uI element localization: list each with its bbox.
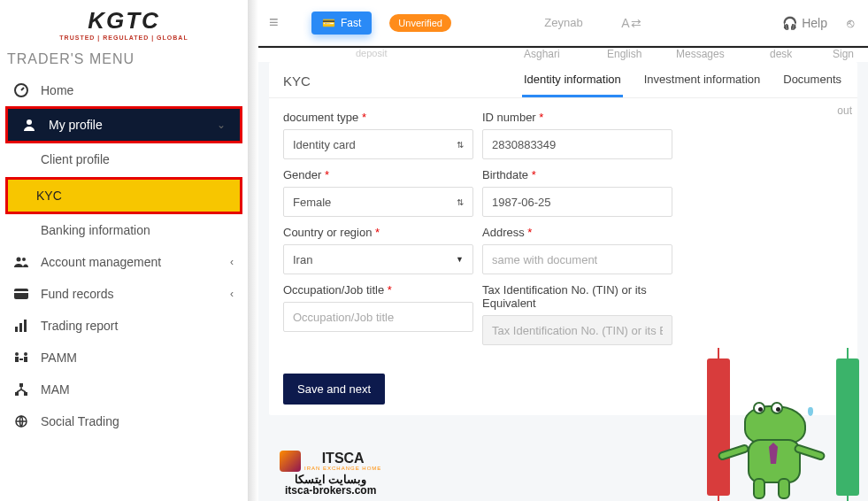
select-gender[interactable]: Female ⇅ [283,187,473,217]
chevron-down-icon: ⌄ [217,119,226,131]
out-label: out [837,104,852,117]
sidebar-item-label: PAMM [41,351,77,365]
svg-rect-5 [14,291,28,293]
input-address[interactable] [482,244,672,274]
dashboard-icon [12,83,30,97]
sidebar-item-label: Fund records [41,287,113,301]
help-link[interactable]: 🎧 Help [782,16,827,30]
field-country: Country or region * Iran ▼ [283,226,473,274]
svg-rect-7 [19,323,22,332]
field-tin: Tax Identification No. (TIN) or its Equi… [482,283,672,345]
topbar: ≡ 💳 Fast Unverified Zeynab A⇄ 🔔 3 🎧 Help… [258,0,868,46]
fast-label: Fast [341,17,361,29]
unverified-badge: Unverified [389,14,451,32]
watermark-brand: ITSCA [304,451,381,466]
watermark-sub: IRAN EXCHANGE HOME [304,466,381,471]
sidebar-item-my-profile[interactable]: My profile ⌄ [8,109,240,141]
fast-sub: deposit [356,48,387,58]
sidebar-item-label: My profile [49,118,103,132]
sidebar: KGTC TRUSTED | REGULATED | GLOBAL TRADER… [0,0,248,501]
tab-documents[interactable]: Documents [781,73,843,97]
svg-point-2 [17,258,21,262]
headset-icon: 🎧 [782,16,797,30]
sidebar-item-fund-records[interactable]: Fund records ‹ [0,278,248,310]
card-icon [12,287,30,301]
input-tin[interactable] [482,315,672,345]
label-country: Country or region * [283,226,473,239]
save-and-next-button[interactable]: Save and next [283,374,385,405]
chart-icon [12,319,30,333]
pamm-icon [12,351,30,365]
sidebar-item-mam[interactable]: MAM [0,374,248,405]
user-first-name[interactable]: Zeynab [533,16,595,29]
svg-rect-16 [24,392,27,396]
svg-point-9 [15,352,19,356]
network-icon [12,382,30,397]
sidebar-item-label: Trading report [41,319,118,333]
label-tin: Tax Identification No. (TIN) or its Equi… [482,283,672,310]
sidebar-item-kyc[interactable]: KYC [8,180,240,212]
field-occupation: Occupation/Job title * [283,283,473,345]
crocodile-icon [735,405,824,494]
language-icon[interactable]: A⇄ [605,16,658,30]
candlestick-green [836,358,859,496]
updown-icon: ⇅ [457,140,464,150]
sub-topbar: deposit Asghari English Messages desk Si… [258,46,868,62]
watermark: ITSCA IRAN EXCHANGE HOME وبسایت ایتسکا i… [280,451,381,496]
input-occupation[interactable] [283,302,473,332]
sidebar-item-label: Client profile [41,152,110,166]
sidebar-item-label: KYC [36,189,62,203]
card-title: KYC [283,73,311,97]
svg-point-3 [22,258,26,261]
tab-identity[interactable]: Identity information [522,73,623,97]
sidebar-item-trading-report[interactable]: Trading report [0,310,248,342]
tabs: Identity information Investment informat… [522,73,843,97]
menu-title: TRADER'S MENU [0,44,248,74]
select-value: Identity card [293,138,356,151]
chevron-left-icon: ‹ [230,256,234,268]
select-country[interactable]: Iran ▼ [283,244,473,274]
sidebar-item-account-mgmt[interactable]: Account management ‹ [0,246,248,278]
svg-rect-15 [15,392,19,396]
help-sub: desk [770,48,792,60]
watermark-logo-icon [280,451,301,472]
input-birthdate[interactable] [482,187,672,217]
caret-down-icon: ▼ [456,255,464,264]
svg-rect-12 [24,357,27,362]
select-value: Female [293,196,331,209]
label-gender: Gender * [283,168,473,181]
select-document-type[interactable]: Identity card ⇅ [283,129,473,159]
label-birthdate: Birthdate * [482,168,672,181]
svg-rect-11 [15,357,19,362]
user-last-name: Asghari [524,48,560,60]
chevron-left-icon: ‹ [230,288,234,300]
svg-rect-14 [19,383,23,387]
sidebar-item-social-trading[interactable]: Social Trading [0,405,248,437]
sidebar-item-banking[interactable]: Banking information [0,214,248,246]
users-icon [12,255,30,269]
sidebar-item-home[interactable]: Home [0,74,248,106]
card-icon: 💳 [322,17,335,29]
sidebar-item-label: Account management [41,255,161,269]
menu-toggle-icon[interactable]: ≡ [269,13,287,32]
logo: KGTC TRUSTED | REGULATED | GLOBAL [0,0,248,44]
fast-deposit-button[interactable]: 💳 Fast [311,12,372,35]
sign-out-icon[interactable]: ⎋ [847,16,854,30]
label-id-number: ID number * [482,111,672,124]
user-icon [20,118,38,132]
sign-label: Sign [833,48,854,60]
sidebar-item-pamm[interactable]: PAMM [0,342,248,374]
svg-point-10 [24,352,27,356]
sidebar-item-client-profile[interactable]: Client profile [0,143,248,175]
highlight-kyc: KYC [5,177,242,214]
svg-rect-4 [14,289,28,299]
card-header: KYC Identity information Investment info… [269,62,857,98]
field-id-number: ID number * [482,111,672,159]
tab-investment[interactable]: Investment information [642,73,763,97]
globe-icon [12,414,30,428]
input-id-number[interactable] [482,129,672,159]
label-document-type: document type * [283,111,473,124]
svg-rect-6 [15,327,18,332]
sidebar-item-label: Home [41,83,73,97]
logo-text: KGTC [88,7,160,34]
